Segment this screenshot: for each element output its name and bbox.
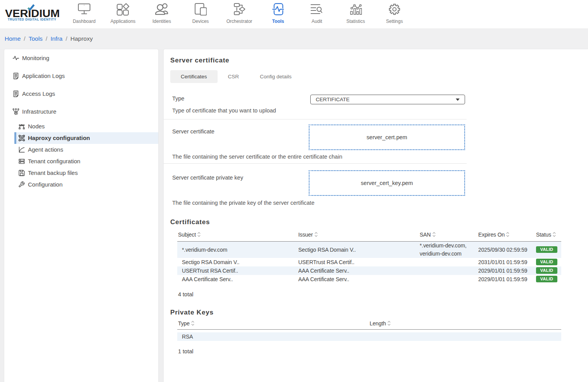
svg-text:TRUSTED DIGITAL IDENTITY: TRUSTED DIGITAL IDENTITY	[8, 18, 56, 21]
